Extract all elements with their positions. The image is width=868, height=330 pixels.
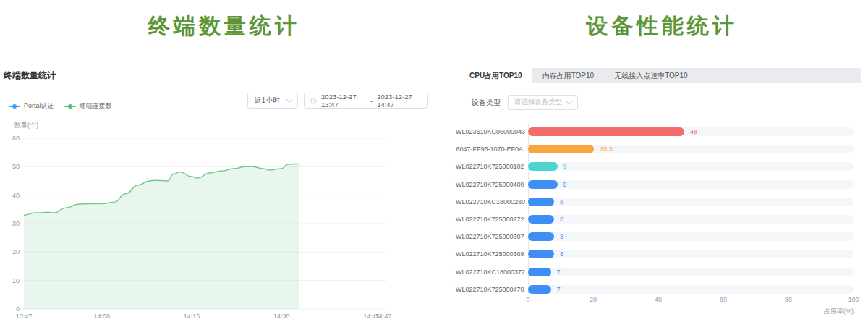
bar-category-label: WL023610KC06000043 — [456, 128, 523, 135]
bar-category-label: WL022710K725000307 — [456, 233, 523, 240]
bar-track — [528, 162, 854, 171]
bar-category-label: WL022710KC18000372 — [456, 268, 523, 276]
bar-row: WL022710K7250003698 — [456, 245, 861, 263]
legend-line-dot-icon — [9, 106, 20, 107]
bar-track — [528, 232, 854, 241]
bar-fill[interactable] — [528, 162, 558, 171]
date-range-picker[interactable]: 2023-12-27 13:47 - 2023-12-27 14:47 — [304, 93, 428, 109]
x-tick-label: 14:15 — [184, 313, 200, 320]
x-tick-label: 14:30 — [273, 313, 290, 320]
y-tick-label: 50 — [12, 163, 20, 170]
bar-row: WL022710K7250002728 — [456, 211, 861, 228]
bar-row: 6047-FF96-1070-EF0A20.3 — [456, 140, 861, 158]
chevron-down-icon — [286, 96, 292, 102]
bar-category-label: WL022710K725000369 — [456, 250, 523, 258]
bar-value-label: 8 — [560, 233, 563, 240]
legend-item-0[interactable]: Portal认证 — [9, 101, 54, 111]
x-tick-label: 14:47 — [375, 313, 392, 320]
y-tick-label: 60 — [12, 135, 20, 142]
date-range-separator: - — [370, 97, 373, 105]
bar-row: WL023610KC0600004348 — [456, 123, 861, 140]
bar-value-label: 20.3 — [600, 145, 613, 153]
bar-value-label: 9 — [563, 163, 567, 170]
bar-fill[interactable] — [528, 268, 551, 276]
line-chart-legend: Portal认证终端连接数 — [9, 101, 112, 111]
bar-category-label: WL022710K725000102 — [456, 163, 523, 170]
bar-value-label: 48 — [690, 128, 697, 135]
bar-row: WL022710K7250003078 — [456, 228, 861, 245]
bar-track — [528, 285, 854, 294]
bar-value-label: 9 — [563, 181, 567, 188]
time-range-select-value: 近1小时 — [254, 96, 280, 106]
bar-fill[interactable] — [528, 198, 554, 206]
device-performance-section: 设备性能统计 CPU占用TOP10 内存占用TOP10 无线接入点速率TOP10… — [456, 0, 868, 330]
bar-fill[interactable] — [528, 127, 684, 136]
line-chart-panel-title: 终端数量统计 — [4, 69, 56, 82]
legend-item-1[interactable]: 终端连接数 — [64, 101, 112, 111]
bar-value-label: 8 — [560, 198, 563, 206]
y-tick-label: 30 — [12, 220, 20, 227]
bar-track — [528, 250, 854, 258]
bar-row: WL022710K7250001029 — [456, 158, 861, 175]
bar-value-label: 7 — [557, 286, 561, 293]
x-tick-label: 13:47 — [16, 313, 33, 320]
y-tick-label: 10 — [12, 277, 20, 284]
date-range-start: 2023-12-27 13:47 — [321, 93, 366, 109]
bar-x-tick-label: 100 — [839, 296, 868, 303]
bar-fill[interactable] — [528, 180, 558, 189]
bar-category-label: WL022710KC18000280 — [456, 198, 523, 206]
bar-x-tick-label: 40 — [644, 296, 673, 303]
bar-row: WL022710KC180002808 — [456, 193, 861, 211]
bar-x-tick-label: 0 — [514, 296, 542, 303]
bar-track — [528, 180, 854, 189]
bar-category-label: WL022710K725000470 — [456, 286, 523, 293]
bar-track — [528, 198, 854, 206]
terminal-count-section: 终端数量统计 终端数量统计 近1小时 2023-12-27 13:47 - 20… — [0, 0, 448, 330]
bar-value-label: 8 — [560, 250, 563, 258]
area-fill — [24, 164, 299, 309]
bar-fill[interactable] — [528, 285, 551, 294]
bar-fill[interactable] — [528, 215, 554, 224]
y-axis-name: 数量(个) — [14, 121, 38, 130]
bar-x-tick-label: 20 — [579, 296, 608, 303]
legend-label: 终端连接数 — [80, 101, 112, 111]
bar-track — [528, 268, 854, 276]
y-tick-label: 20 — [12, 248, 20, 255]
bar-category-label: 6047-FF96-1070-EF0A — [456, 145, 523, 153]
bar-x-tick-label: 60 — [709, 296, 738, 303]
y-tick-label: 40 — [12, 192, 20, 199]
clock-icon — [310, 97, 317, 105]
y-tick-label: 0 — [16, 305, 20, 313]
cpu-top10-bar-chart: 占用率(%) WL023610KC06000043486047-FF96-107… — [456, 0, 868, 330]
x-tick-label: 14:00 — [93, 313, 110, 320]
bar-category-label: WL022710K725000409 — [456, 181, 523, 188]
bar-fill[interactable] — [528, 250, 554, 258]
bar-chart-x-axis-name: 占用率(%) — [803, 307, 854, 316]
bar-x-tick-label: 80 — [774, 296, 803, 303]
left-section-title: 终端数量统计 — [0, 12, 448, 41]
terminal-count-line-chart[interactable]: 010203040506013:4714:0014:1514:3014:4514… — [0, 130, 434, 326]
line-chart-controls: 近1小时 2023-12-27 13:47 - 2023-12-27 14:47 — [247, 93, 428, 109]
bar-fill[interactable] — [528, 145, 594, 153]
bar-row: WL022710KC180003727 — [456, 263, 861, 281]
bar-category-label: WL022710K725000272 — [456, 216, 523, 223]
date-range-end: 2023-12-27 14:47 — [377, 93, 422, 109]
legend-label: Portal认证 — [24, 101, 54, 111]
bar-fill[interactable] — [528, 232, 554, 241]
bar-track — [528, 215, 854, 224]
bar-track — [528, 145, 854, 153]
bar-row: WL022710K7250004099 — [456, 176, 861, 193]
bar-value-label: 8 — [560, 216, 563, 223]
time-range-select[interactable]: 近1小时 — [247, 93, 298, 109]
bar-value-label: 7 — [557, 268, 561, 276]
legend-line-dot-icon — [64, 106, 76, 107]
